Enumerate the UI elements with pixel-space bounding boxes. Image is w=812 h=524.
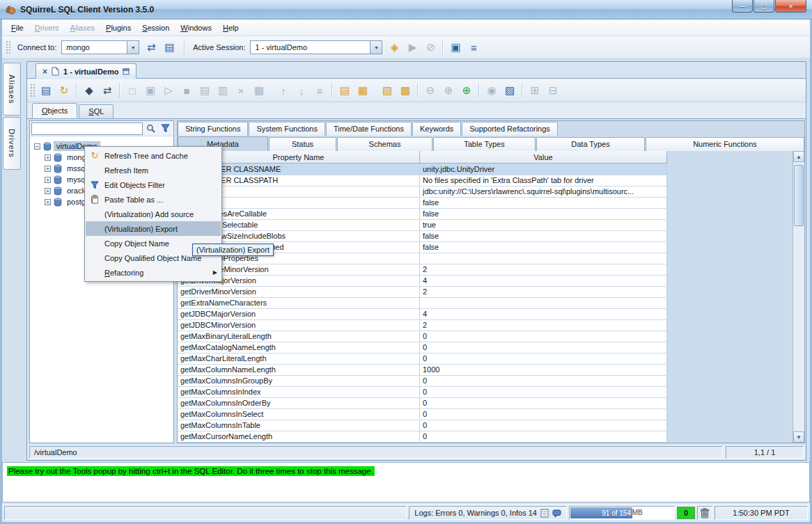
expand-icon[interactable]: + <box>45 166 51 172</box>
context-menu-item-virtualization-export[interactable]: (Virtualization) Export <box>86 221 221 236</box>
connect-alias-icon[interactable]: ⇄ <box>142 39 160 56</box>
expand-icon[interactable]: + <box>45 188 51 194</box>
filter-objects-button[interactable] <box>159 122 172 135</box>
tab-layout-1-icon[interactable]: ▤ <box>336 82 354 99</box>
tab-layout-3-icon[interactable]: ▧ <box>378 82 396 99</box>
chevron-down-icon[interactable]: ▼ <box>370 41 382 54</box>
expand-icon[interactable]: + <box>45 199 51 205</box>
logs-status-text: Logs: Errors 0, Warnings 0, Infos 14 <box>414 509 537 517</box>
garbage-collect-button[interactable] <box>697 506 712 520</box>
table-row[interactable]: allTablesAreSelectabletrue <box>178 220 667 231</box>
side-tab-aliases[interactable]: Aliases <box>3 63 21 116</box>
titlebar[interactable]: SQuirreL SQL Client Version 3.5.0 ─□× <box>0 0 812 19</box>
table-row[interactable]: JDBC URLjdbc:unity://C:\Users\rlawrenc\.… <box>178 186 667 198</box>
active-session-combobox[interactable]: 1 - virtualDemo ▼ <box>250 40 382 54</box>
tab-supported-refactorings[interactable]: Supported Refactorings <box>462 122 558 136</box>
maximize-button[interactable]: □ <box>754 0 774 13</box>
tab-sql[interactable]: SQL <box>79 104 114 118</box>
session-tab[interactable]: × 1 - virtualDemo <box>36 63 136 79</box>
toolbar-separator <box>478 83 480 98</box>
table-row[interactable]: getMaxColumnsInGroupBy0 <box>178 376 667 387</box>
context-menu-item-refactoring[interactable]: Refactoring▶ <box>86 265 221 280</box>
table-row[interactable]: isReadOnlyfalse <box>178 198 667 209</box>
context-menu-item-virtualization-add-source[interactable]: (Virtualization) Add source <box>86 207 221 221</box>
new-alias-session-icon[interactable]: ▤ <box>160 39 178 56</box>
table-row[interactable]: getJDBCMajorVersion4 <box>178 309 667 320</box>
chevron-down-icon[interactable]: ▼ <box>127 41 139 54</box>
menu-help[interactable]: Help <box>217 21 244 35</box>
table-row[interactable]: getMaxColumnNameLength1000 <box>178 365 667 376</box>
column-header-value[interactable]: Value <box>420 151 667 163</box>
table-row[interactable]: getMaxColumnsInOrderBy0 <box>178 398 667 409</box>
object-sql-tabs: ObjectsSQL <box>27 102 806 119</box>
find-in-tree-button[interactable] <box>144 122 157 135</box>
alias-combobox[interactable]: mongo ▼ <box>61 40 139 54</box>
side-tab-drivers[interactable]: Drivers <box>3 117 21 170</box>
sql-history-icon[interactable]: ⇄ <box>98 82 116 99</box>
table-row[interactable]: getJDBCMinorVersion2 <box>178 320 667 331</box>
table-row[interactable]: allProceduresAreCallablefalse <box>178 209 667 220</box>
close-button[interactable]: × <box>775 0 806 13</box>
property-value-cell <box>420 253 667 264</box>
close-tab-icon[interactable]: × <box>42 67 47 77</box>
logs-status-button[interactable]: Logs: Errors 0, Warnings 0, Infos 14 <box>409 506 567 520</box>
context-menu-item-refresh-item[interactable]: Refresh Item <box>86 163 221 177</box>
table-row[interactable]: getExtraNameCharacters <box>178 298 667 309</box>
detach-tab-icon[interactable] <box>123 68 130 75</box>
new-object-tree-icon[interactable]: ≡ <box>464 39 483 56</box>
tab-time-date-functions[interactable]: Time/Date Functions <box>326 122 412 136</box>
compare-icon[interactable]: ▨ <box>501 82 519 99</box>
tab-layout-2-icon[interactable]: ▦ <box>354 82 372 99</box>
vertical-scrollbar[interactable]: ▲ ▼ <box>793 151 804 443</box>
tab-system-functions[interactable]: System Functions <box>249 122 325 136</box>
move-down-icon: ↓ <box>292 82 311 99</box>
tab-table-types[interactable]: Table Types <box>433 137 536 151</box>
property-value-cell: 4 <box>420 276 667 287</box>
context-menu-item-refresh-tree-and-cache[interactable]: ↻Refresh Tree and Cache <box>86 148 221 163</box>
property-name-cell: getJDBCMajorVersion <box>178 309 420 320</box>
object-filter-input[interactable] <box>31 122 143 135</box>
table-row[interactable]: getMaxCharLiteralLength0 <box>178 354 667 365</box>
menu-session[interactable]: Session <box>136 21 175 35</box>
context-menu-item-edit-objects-filter[interactable]: Edit Objects Filter <box>86 177 221 192</box>
scroll-up-icon[interactable]: ▲ <box>793 151 804 162</box>
context-menu-item-paste-table-as[interactable]: Paste Table as ... <box>86 192 221 207</box>
tab-schemas[interactable]: Schemas <box>337 137 432 151</box>
tab-status[interactable]: Status <box>269 137 336 151</box>
table-row[interactable]: getMaxCursorNameLength0 <box>178 431 667 443</box>
table-row[interactable]: getMaxColumnsInSelect0 <box>178 409 667 420</box>
status-message-area <box>4 506 407 520</box>
table-row[interactable]: getDatabaseMinorVersion2 <box>178 264 667 276</box>
menu-windows[interactable]: Windows <box>175 21 217 35</box>
object-tree-frame-icon[interactable]: ▤ <box>37 82 55 99</box>
scroll-down-icon[interactable]: ▼ <box>793 431 804 443</box>
table-row[interactable]: getDriverMajorVersion4 <box>178 276 667 287</box>
table-row[interactable]: getMaxColumnsInTable0 <box>178 420 667 431</box>
toolbar-grip <box>6 40 10 54</box>
minimize-button[interactable]: ─ <box>732 0 753 13</box>
table-row[interactable]: getMaxBinaryLiteralLength0 <box>178 331 667 342</box>
table-row[interactable]: getMaxCatalogNameLength0 <box>178 342 667 354</box>
tab-data-types[interactable]: Data Types <box>536 137 645 151</box>
tab-layout-4-icon[interactable]: ▩ <box>396 82 414 99</box>
table-row[interactable]: getDriverMinorVersion2 <box>178 287 667 298</box>
tab-keywords[interactable]: Keywords <box>412 122 461 136</box>
collapse-icon[interactable]: − <box>34 143 40 150</box>
tab-numeric-functions[interactable]: Numeric Functions <box>646 137 804 151</box>
new-sql-worksheet-icon[interactable]: ▣ <box>446 39 464 56</box>
expand-icon[interactable]: + <box>45 154 51 161</box>
menu-file[interactable]: File <box>6 21 29 35</box>
table-row[interactable]: getMaxColumnsInIndex0 <box>178 387 667 398</box>
squirrel-tools-icon[interactable]: ◆ <box>80 82 98 99</box>
menu-plugins[interactable]: Plugins <box>100 21 136 35</box>
session-properties-icon[interactable]: ◈ <box>385 39 403 56</box>
zoom-reset-icon[interactable]: ⊕ <box>458 82 476 99</box>
refresh-tree-icon[interactable]: ↻ <box>55 82 73 99</box>
table-row[interactable]: doesMaxRowSizeIncludeBlobsfalse <box>178 231 667 242</box>
tab-objects[interactable]: Objects <box>32 103 77 118</box>
scroll-thumb[interactable] <box>794 165 804 226</box>
tab-string-functions[interactable]: String Functions <box>178 122 248 136</box>
expand-icon[interactable]: + <box>45 177 51 183</box>
table-row[interactable]: JDBC DRIVER CLASSPATHNo files specified … <box>178 175 667 186</box>
table-row[interactable]: JDBC DRIVER CLASSNAMEunity.jdbc.UnityDri… <box>178 164 667 175</box>
